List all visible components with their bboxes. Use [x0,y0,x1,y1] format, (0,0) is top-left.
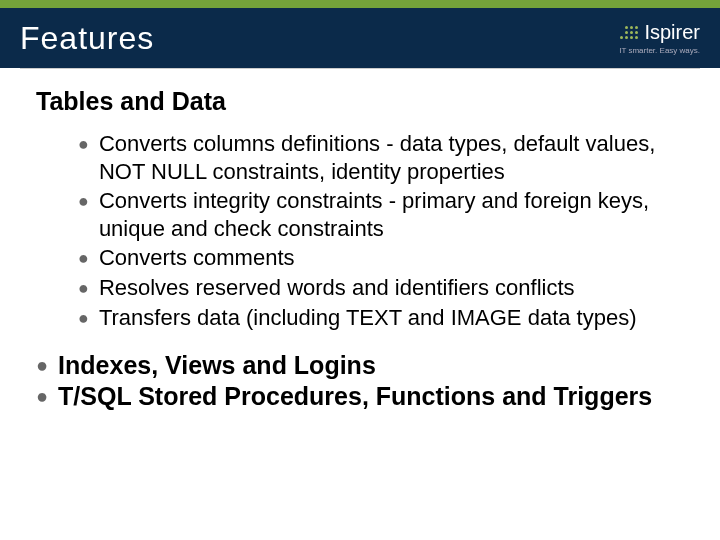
logo-tagline: IT smarter. Easy ways. [619,46,700,55]
feature-sublist: ●Converts columns definitions - data typ… [78,130,684,332]
slide-header: Features Ispirer IT smarter. Easy ways. [0,8,720,68]
accent-bar [0,0,720,8]
bullet-icon: ● [78,187,89,242]
list-item: ●Converts columns definitions - data typ… [78,130,684,185]
bullet-icon: ● [78,304,89,332]
list-item: ●Converts integrity constraints - primar… [78,187,684,242]
feature-mainlist: ●Indexes, Views and Logins ●T/SQL Stored… [36,350,684,413]
list-item: ●T/SQL Stored Procedures, Functions and … [36,381,684,412]
slide-title: Features [20,20,154,57]
list-item: ●Converts comments [78,244,684,272]
list-item: ●Resolves reserved words and identifiers… [78,274,684,302]
logo-text: Ispirer [644,21,700,44]
brand-logo: Ispirer IT smarter. Easy ways. [619,21,700,55]
bullet-icon: ● [78,274,89,302]
logo-dots-icon [620,26,638,39]
bullet-icon: ● [36,350,48,381]
bullet-icon: ● [78,130,89,185]
bullet-icon: ● [78,244,89,272]
list-item: ●Transfers data (including TEXT and IMAG… [78,304,684,332]
slide-body: Tables and Data ●Converts columns defini… [0,69,720,413]
section-heading: Tables and Data [36,87,684,116]
list-item: ●Indexes, Views and Logins [36,350,684,381]
bullet-icon: ● [36,381,48,412]
